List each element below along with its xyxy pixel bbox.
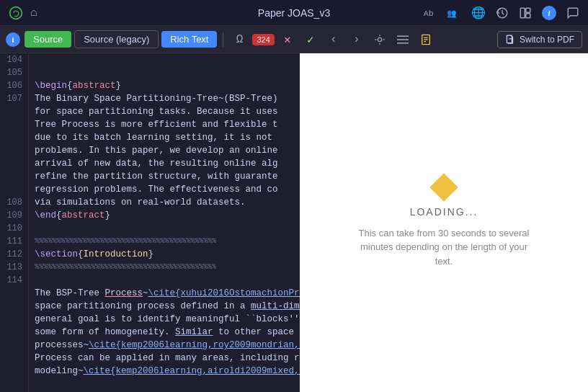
loading-overlay: LOADING... This can take from 30 seconds… xyxy=(300,53,588,392)
loading-title: LOADING... xyxy=(410,206,478,218)
home-icon[interactable]: ⌂ xyxy=(30,6,37,19)
line-numbers: 104 105 106 107 108 109 110 111 112 113 … xyxy=(0,53,29,392)
next-icon[interactable]: › xyxy=(347,30,367,50)
line-num-107: 107 xyxy=(6,92,22,105)
line-num-104: 104 xyxy=(6,53,22,66)
svg-rect-4 xyxy=(520,8,525,18)
history-icon[interactable] xyxy=(496,6,509,19)
svg-rect-6 xyxy=(526,13,530,17)
users-icon[interactable]: 👥 xyxy=(447,7,461,19)
menu-icon[interactable] xyxy=(393,30,413,50)
layout-icon[interactable] xyxy=(519,6,532,19)
toolbar: i Source Source (legacy) Rich Text Ω 324… xyxy=(0,26,588,53)
prev-icon[interactable]: ‹ xyxy=(324,30,344,50)
loading-subtitle: This can take from 30 seconds to several… xyxy=(357,226,530,269)
info-circle-icon[interactable]: i xyxy=(542,6,556,20)
svg-rect-5 xyxy=(526,8,530,12)
svg-point-0 xyxy=(10,6,22,19)
titlebar: ⌂ Paper JOAS_v3 Ab 👥 🌐 xyxy=(0,0,588,26)
globe-icon[interactable]: 🌐 xyxy=(471,6,486,20)
line-num-114: 114 xyxy=(6,274,22,287)
line-num-111: 111 xyxy=(6,235,22,248)
chat-icon[interactable] xyxy=(566,6,579,19)
toolbar-divider-1 xyxy=(223,32,223,47)
line-num-109: 109 xyxy=(6,209,22,222)
line-num-113: 113 xyxy=(6,261,22,274)
line-num-110: 110 xyxy=(6,222,22,235)
omega-icon[interactable]: Ω xyxy=(229,30,249,50)
line-num-108: 108 xyxy=(6,196,22,209)
titlebar-title: Paper JOAS_v3 xyxy=(258,7,330,19)
switch-pdf-button[interactable]: Switch to PDF xyxy=(497,31,582,48)
info-badge: i xyxy=(6,32,20,47)
loading-card: LOADING... This can take from 30 seconds… xyxy=(329,148,559,298)
svg-text:Ab: Ab xyxy=(424,9,434,19)
sun-icon[interactable] xyxy=(370,30,390,50)
check-icon[interactable]: ✓ xyxy=(300,30,321,50)
close-icon[interactable]: ✕ xyxy=(277,30,298,50)
line-num-106: 106 xyxy=(6,79,22,92)
svg-point-7 xyxy=(378,37,381,41)
tab-source[interactable]: Source xyxy=(24,31,71,48)
loading-spinner xyxy=(429,173,458,202)
tab-rich-text[interactable]: Rich Text xyxy=(161,31,217,48)
spell-check-icon[interactable]: Ab xyxy=(422,7,437,19)
titlebar-left: ⌂ xyxy=(9,6,37,20)
titlebar-right: Ab 👥 🌐 i xyxy=(422,6,579,20)
tab-source-legacy[interactable]: Source (legacy) xyxy=(74,30,159,48)
svg-rect-19 xyxy=(507,35,512,43)
error-badge[interactable]: 324 xyxy=(252,34,274,45)
overleaf-logo-icon[interactable] xyxy=(9,6,23,20)
line-num-112: 112 xyxy=(6,248,22,261)
line-num-105: 105 xyxy=(6,66,22,79)
switch-pdf-label: Switch to PDF xyxy=(520,35,574,45)
pdf-icon xyxy=(505,35,515,45)
note-icon[interactable] xyxy=(416,30,436,50)
editor-container: 104 105 106 107 108 109 110 111 112 113 … xyxy=(0,53,588,392)
svg-text:👥: 👥 xyxy=(447,8,457,18)
